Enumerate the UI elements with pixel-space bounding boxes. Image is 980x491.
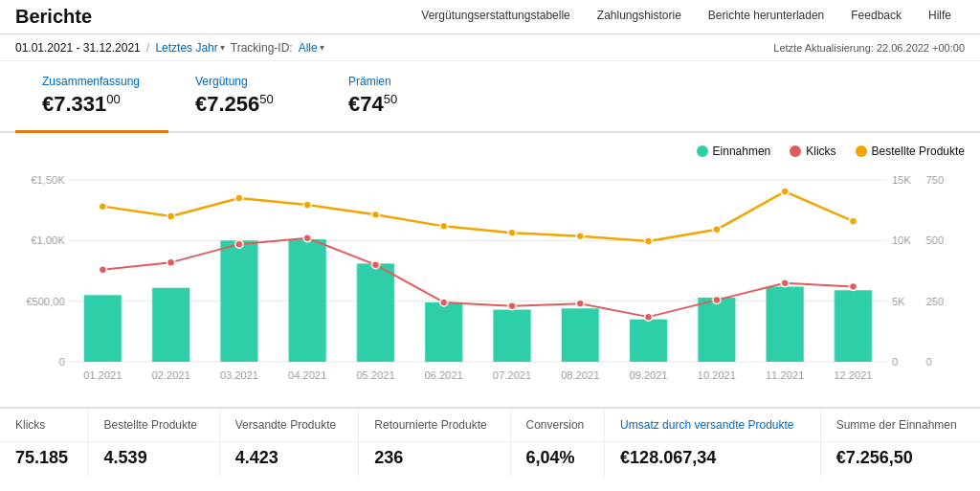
top-navigation: Berichte Vergütungserstattungstabelle Za…	[0, 0, 980, 34]
summary-tab-label-2: Prämien	[348, 75, 448, 88]
nav-tabs: Vergütungserstattungstabelle Zahlungshis…	[408, 1, 965, 33]
table-header-3: Retournierte Produkte	[359, 408, 510, 442]
chevron-down-icon-2: ▾	[320, 42, 324, 53]
tab-zahlungshistorie[interactable]: Zahlungshistorie	[584, 1, 695, 33]
chart-container: Einnahmen Klicks Bestellte Produkte	[0, 133, 980, 403]
last-update-label: Letzte Aktualisierung: 22.06.2022 +00:00	[773, 42, 965, 54]
table-value-4: 6,04%	[510, 442, 605, 479]
table-header-1: Bestellte Produkte	[88, 408, 219, 442]
summary-tab-label-1: Vergütung	[195, 75, 295, 88]
tab-praemien[interactable]: Prämien €7450	[322, 61, 475, 133]
chart-svg-wrapper	[15, 166, 965, 395]
summary-tab-value-2: €7450	[348, 92, 448, 117]
chart-legend: Einnahmen Klicks Bestellte Produkte	[15, 145, 965, 158]
chevron-down-icon: ▾	[220, 42, 225, 53]
table-value-2: 4.423	[219, 442, 359, 479]
produkte-dot	[856, 145, 867, 157]
table-header-4: Conversion	[510, 408, 605, 442]
tab-hilfe[interactable]: Hilfe	[915, 1, 965, 33]
table-header-6: Summe der Einnahmen	[820, 408, 980, 442]
tab-feedback[interactable]: Feedback	[837, 1, 915, 33]
table-header-5: Umsatz durch versandte Produkte	[605, 408, 821, 442]
date-period-dropdown[interactable]: Letztes Jahr ▾	[155, 41, 224, 55]
summary-tab-label-0: Zusammenfassung	[42, 75, 142, 88]
tracking-label: Tracking-ID:	[231, 41, 293, 55]
legend-produkte: Bestellte Produkte	[856, 145, 965, 158]
tracking-id-dropdown[interactable]: Alle ▾	[299, 41, 324, 55]
einnahmen-dot	[697, 145, 708, 157]
table-value-1: 4.539	[88, 442, 219, 479]
table-value-5: €128.067,34	[605, 442, 821, 479]
legend-klicks: Klicks	[790, 145, 835, 158]
sub-header: 01.01.2021 - 31.12.2021 / Letztes Jahr ▾…	[0, 34, 980, 61]
klicks-dot	[790, 145, 801, 157]
summary-tab-value-1: €7.25650	[195, 92, 295, 117]
table-value-0: 75.185	[0, 442, 88, 479]
data-table: KlicksBestellte ProdukteVersandte Produk…	[0, 407, 980, 478]
table-header-0: Klicks	[0, 408, 88, 442]
tab-verguetung[interactable]: Vergütungserstattungstabelle	[408, 1, 583, 33]
legend-einnahmen: Einnahmen	[697, 145, 771, 158]
page-title: Berichte	[15, 0, 92, 33]
summary-tab-value-0: €7.33100	[42, 92, 142, 117]
tab-verguetung-sum[interactable]: Vergütung €7.25650	[168, 61, 322, 133]
chart-canvas	[15, 166, 965, 395]
tab-berichte[interactable]: Berichte herunterladen	[695, 1, 837, 33]
tab-zusammenfassung[interactable]: Zusammenfassung €7.33100	[15, 61, 168, 133]
table-header-2: Versandte Produkte	[219, 408, 359, 442]
date-range-label: 01.01.2021 - 31.12.2021	[15, 41, 141, 55]
table-value-6: €7.256,50	[820, 442, 980, 479]
table-value-3: 236	[359, 442, 510, 479]
summary-tabs: Zusammenfassung €7.33100 Vergütung €7.25…	[0, 61, 980, 133]
filter-controls: 01.01.2021 - 31.12.2021 / Letztes Jahr ▾…	[15, 40, 324, 55]
